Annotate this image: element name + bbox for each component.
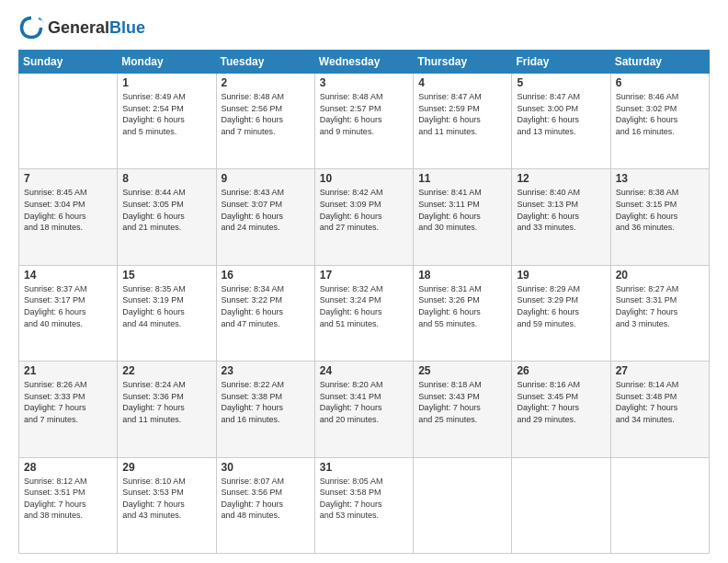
week-row-1: 7Sunrise: 8:45 AM Sunset: 3:04 PM Daylig… <box>19 169 710 265</box>
col-header-friday: Friday <box>512 51 610 74</box>
day-info: Sunrise: 8:24 AM Sunset: 3:36 PM Dayligh… <box>122 379 210 425</box>
day-info: Sunrise: 8:43 AM Sunset: 3:07 PM Dayligh… <box>222 187 310 233</box>
day-info: Sunrise: 8:45 AM Sunset: 3:04 PM Dayligh… <box>24 187 112 233</box>
day-number: 15 <box>122 269 210 282</box>
day-cell <box>414 457 512 553</box>
logo-icon <box>18 15 44 40</box>
day-number: 25 <box>418 364 506 377</box>
day-number: 4 <box>418 76 506 89</box>
day-info: Sunrise: 8:38 AM Sunset: 3:15 PM Dayligh… <box>616 187 704 233</box>
logo-text: General Blue <box>48 18 145 38</box>
day-cell: 31Sunrise: 8:05 AM Sunset: 3:58 PM Dayli… <box>314 457 413 553</box>
day-info: Sunrise: 8:46 AM Sunset: 3:02 PM Dayligh… <box>616 91 704 137</box>
day-number: 21 <box>24 364 112 377</box>
day-info: Sunrise: 8:10 AM Sunset: 3:53 PM Dayligh… <box>122 476 210 522</box>
day-info: Sunrise: 8:44 AM Sunset: 3:05 PM Dayligh… <box>122 187 210 233</box>
day-info: Sunrise: 8:26 AM Sunset: 3:33 PM Dayligh… <box>24 379 112 425</box>
logo-general: General <box>48 18 109 38</box>
day-info: Sunrise: 8:47 AM Sunset: 3:00 PM Dayligh… <box>517 91 605 137</box>
day-cell: 20Sunrise: 8:27 AM Sunset: 3:31 PM Dayli… <box>610 265 709 361</box>
day-info: Sunrise: 8:22 AM Sunset: 3:38 PM Dayligh… <box>222 379 310 425</box>
col-header-wednesday: Wednesday <box>314 51 413 74</box>
col-header-thursday: Thursday <box>414 51 512 74</box>
day-info: Sunrise: 8:18 AM Sunset: 3:43 PM Dayligh… <box>418 379 506 425</box>
logo-blue: Blue <box>109 18 145 38</box>
day-number: 8 <box>122 172 210 185</box>
day-cell: 15Sunrise: 8:35 AM Sunset: 3:19 PM Dayli… <box>118 265 216 361</box>
day-info: Sunrise: 8:48 AM Sunset: 2:57 PM Dayligh… <box>320 91 408 137</box>
day-number: 9 <box>222 172 310 185</box>
day-cell: 21Sunrise: 8:26 AM Sunset: 3:33 PM Dayli… <box>19 362 118 457</box>
svg-marker-0 <box>38 18 44 25</box>
day-info: Sunrise: 8:34 AM Sunset: 3:22 PM Dayligh… <box>222 283 310 329</box>
col-header-sunday: Sunday <box>19 51 118 74</box>
day-cell: 29Sunrise: 8:10 AM Sunset: 3:53 PM Dayli… <box>118 457 216 553</box>
day-cell: 8Sunrise: 8:44 AM Sunset: 3:05 PM Daylig… <box>118 169 216 265</box>
day-cell: 2Sunrise: 8:48 AM Sunset: 2:56 PM Daylig… <box>216 74 314 169</box>
day-number: 28 <box>24 461 112 474</box>
day-info: Sunrise: 8:14 AM Sunset: 3:48 PM Dayligh… <box>616 379 704 425</box>
day-info: Sunrise: 8:35 AM Sunset: 3:19 PM Dayligh… <box>122 283 210 329</box>
day-cell <box>610 457 709 553</box>
day-cell: 6Sunrise: 8:46 AM Sunset: 3:02 PM Daylig… <box>610 74 709 169</box>
day-cell: 23Sunrise: 8:22 AM Sunset: 3:38 PM Dayli… <box>216 362 314 457</box>
day-cell: 27Sunrise: 8:14 AM Sunset: 3:48 PM Dayli… <box>610 362 709 457</box>
day-cell: 30Sunrise: 8:07 AM Sunset: 3:56 PM Dayli… <box>216 457 314 553</box>
day-cell: 3Sunrise: 8:48 AM Sunset: 2:57 PM Daylig… <box>314 74 413 169</box>
day-cell: 1Sunrise: 8:49 AM Sunset: 2:54 PM Daylig… <box>118 74 216 169</box>
day-info: Sunrise: 8:32 AM Sunset: 3:24 PM Dayligh… <box>320 283 408 329</box>
day-number: 29 <box>122 461 210 474</box>
day-cell: 9Sunrise: 8:43 AM Sunset: 3:07 PM Daylig… <box>216 169 314 265</box>
day-number: 22 <box>122 364 210 377</box>
day-number: 20 <box>616 269 704 282</box>
day-cell <box>512 457 610 553</box>
day-info: Sunrise: 8:31 AM Sunset: 3:26 PM Dayligh… <box>418 283 506 329</box>
day-cell: 19Sunrise: 8:29 AM Sunset: 3:29 PM Dayli… <box>512 265 610 361</box>
day-info: Sunrise: 8:48 AM Sunset: 2:56 PM Dayligh… <box>222 91 310 137</box>
day-cell: 7Sunrise: 8:45 AM Sunset: 3:04 PM Daylig… <box>19 169 118 265</box>
col-header-tuesday: Tuesday <box>216 51 314 74</box>
day-info: Sunrise: 8:12 AM Sunset: 3:51 PM Dayligh… <box>24 476 112 522</box>
day-cell: 16Sunrise: 8:34 AM Sunset: 3:22 PM Dayli… <box>216 265 314 361</box>
day-info: Sunrise: 8:20 AM Sunset: 3:41 PM Dayligh… <box>320 379 408 425</box>
day-cell: 18Sunrise: 8:31 AM Sunset: 3:26 PM Dayli… <box>414 265 512 361</box>
day-cell: 17Sunrise: 8:32 AM Sunset: 3:24 PM Dayli… <box>314 265 413 361</box>
day-cell: 28Sunrise: 8:12 AM Sunset: 3:51 PM Dayli… <box>19 457 118 553</box>
day-cell <box>19 74 118 169</box>
day-info: Sunrise: 8:42 AM Sunset: 3:09 PM Dayligh… <box>320 187 408 233</box>
header-row: SundayMondayTuesdayWednesdayThursdayFrid… <box>19 51 710 74</box>
page: General Blue SundayMondayTuesdayWednesda… <box>0 0 728 563</box>
col-header-monday: Monday <box>118 51 216 74</box>
day-cell: 4Sunrise: 8:47 AM Sunset: 2:59 PM Daylig… <box>414 74 512 169</box>
day-info: Sunrise: 8:16 AM Sunset: 3:45 PM Dayligh… <box>517 379 605 425</box>
week-row-3: 21Sunrise: 8:26 AM Sunset: 3:33 PM Dayli… <box>19 362 710 457</box>
day-number: 3 <box>320 76 408 89</box>
day-number: 12 <box>517 172 605 185</box>
day-number: 7 <box>24 172 112 185</box>
day-number: 26 <box>517 364 605 377</box>
day-info: Sunrise: 8:47 AM Sunset: 2:59 PM Dayligh… <box>418 91 506 137</box>
header: General Blue <box>18 15 710 40</box>
svg-marker-1 <box>41 18 45 25</box>
week-row-2: 14Sunrise: 8:37 AM Sunset: 3:17 PM Dayli… <box>19 265 710 361</box>
day-number: 10 <box>320 172 408 185</box>
day-cell: 13Sunrise: 8:38 AM Sunset: 3:15 PM Dayli… <box>610 169 709 265</box>
day-number: 5 <box>517 76 605 89</box>
day-number: 13 <box>616 172 704 185</box>
day-cell: 10Sunrise: 8:42 AM Sunset: 3:09 PM Dayli… <box>314 169 413 265</box>
week-row-4: 28Sunrise: 8:12 AM Sunset: 3:51 PM Dayli… <box>19 457 710 553</box>
day-cell: 5Sunrise: 8:47 AM Sunset: 3:00 PM Daylig… <box>512 74 610 169</box>
logo: General Blue <box>18 15 145 40</box>
day-number: 18 <box>418 269 506 282</box>
day-info: Sunrise: 8:27 AM Sunset: 3:31 PM Dayligh… <box>616 283 704 329</box>
day-number: 1 <box>122 76 210 89</box>
day-number: 30 <box>222 461 310 474</box>
day-number: 17 <box>320 269 408 282</box>
day-number: 31 <box>320 461 408 474</box>
day-cell: 14Sunrise: 8:37 AM Sunset: 3:17 PM Dayli… <box>19 265 118 361</box>
day-number: 11 <box>418 172 506 185</box>
day-number: 14 <box>24 269 112 282</box>
day-info: Sunrise: 8:37 AM Sunset: 3:17 PM Dayligh… <box>24 283 112 329</box>
day-cell: 25Sunrise: 8:18 AM Sunset: 3:43 PM Dayli… <box>414 362 512 457</box>
day-number: 19 <box>517 269 605 282</box>
